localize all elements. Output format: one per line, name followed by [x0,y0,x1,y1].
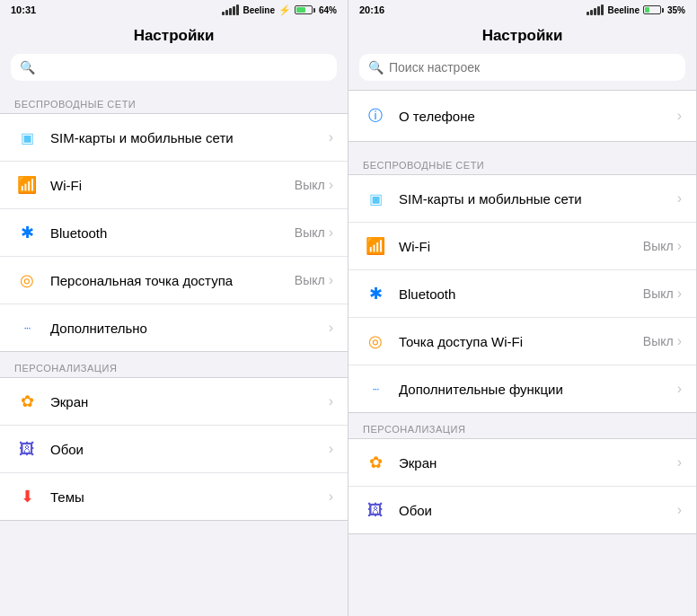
right-item-screen[interactable]: ✿ Экран › [348,439,696,487]
right-section-personal-header: ПЕРСОНАЛИЗАЦИЯ [348,415,696,438]
left-lightning: ⚡ [278,4,291,16]
right-about-label: О телефоне [399,109,677,124]
right-search-bar[interactable]: 🔍 [359,54,685,81]
left-item-more[interactable]: ··· Дополнительно › [0,304,348,351]
left-item-hotspot[interactable]: ◎ Персональная точка доступа Выкл › [0,257,348,304]
left-battery-percent: 64% [319,5,337,15]
right-screen-icon: ✿ [363,450,388,475]
left-wallpaper-chevron: › [329,441,333,457]
left-section-personal: ПЕРСОНАЛИЗАЦИЯ ✿ Экран › 🖼 Обои [0,354,348,521]
right-hotspot-chevron: › [677,333,682,349]
left-personal-items: ✿ Экран › 🖼 Обои › [0,377,348,521]
right-wifi-chevron: › [677,238,682,254]
right-wireless-items: ▣ SIM-карты и мобильные сети › 📶 Wi-Fi В… [348,174,696,413]
left-more-label: Дополнительно [50,321,329,336]
left-item-screen[interactable]: ✿ Экран › [0,378,348,426]
left-search-input[interactable] [40,60,328,75]
left-section-wireless-header: БЕСПРОВОДНЫЕ СЕТИ [0,90,348,113]
left-item-wifi[interactable]: 📶 Wi-Fi Выкл › [0,162,348,209]
left-screen-label: Экран [50,394,329,409]
right-more-label: Дополнительные функции [399,382,677,397]
right-screen-chevron: › [677,454,682,471]
right-item-more[interactable]: ··· Дополнительные функции › [348,365,696,412]
right-sim-icon: ▣ [363,186,388,211]
right-item-hotspot[interactable]: ◎ Точка доступа Wi-Fi Выкл › [348,318,696,365]
right-section-personal: ПЕРСОНАЛИЗАЦИЯ ✿ Экран › 🖼 Обои [348,415,696,534]
left-item-themes[interactable]: ⬇ Темы › [0,473,348,520]
wallpaper-icon: 🖼 [14,436,40,462]
left-hotspot-chevron: › [329,272,333,288]
left-hotspot-status: Выкл [295,273,325,287]
left-battery [295,5,315,14]
right-wifi-status: Выкл [643,239,674,253]
right-item-bluetooth[interactable]: ✱ Bluetooth Выкл › [348,270,696,318]
right-item-sim[interactable]: ▣ SIM-карты и мобильные сети › [348,175,696,223]
right-bluetooth-chevron: › [677,286,682,302]
left-themes-label: Темы [50,489,329,505]
left-search-icon: 🔍 [20,60,35,75]
right-battery [643,5,664,14]
right-signal [587,4,604,15]
left-wireless-items: ▣ SIM-карты и мобильные сети › 📶 Wi-Fi В… [0,113,348,352]
bluetooth-icon: ✱ [14,220,40,245]
right-wifi-icon: 📶 [363,233,388,259]
right-personal-items: ✿ Экран › 🖼 Обои › [348,438,696,534]
more-icon: ··· [14,315,40,340]
hotspot-icon: ◎ [14,268,40,293]
left-wallpaper-label: Обои [50,442,329,457]
info-icon: ⓘ [363,103,388,128]
left-item-sim[interactable]: ▣ SIM-карты и мобильные сети › [0,114,348,162]
right-time: 20:16 [359,4,384,15]
right-section-wireless-header: БЕСПРОВОДНЫЕ СЕТИ [348,151,696,174]
right-status-right: Beeline 35% [587,4,685,15]
right-hotspot-status: Выкл [643,334,674,348]
right-sim-chevron: › [677,190,682,207]
right-about-chevron: › [677,108,682,124]
right-page-title: Настройки [348,20,696,54]
right-screen-label: Экран [399,455,677,471]
right-bluetooth-label: Bluetooth [399,286,643,302]
left-scroll-area: БЕСПРОВОДНЫЕ СЕТИ ▣ SIM-карты и мобильны… [0,90,348,616]
left-time: 10:31 [11,4,36,15]
left-status-right: Beeline ⚡ 64% [222,4,337,16]
left-bluetooth-status: Выкл [295,225,325,240]
left-panel: 10:31 Beeline ⚡ 64% Настройки 🔍 [0,0,348,616]
right-bluetooth-icon: ✱ [363,281,388,306]
left-wifi-chevron: › [329,177,333,193]
right-section-wireless: БЕСПРОВОДНЫЕ СЕТИ ▣ SIM-карты и мобильны… [348,151,696,413]
right-item-wifi[interactable]: 📶 Wi-Fi Выкл › [348,223,696,270]
left-bluetooth-label: Bluetooth [50,225,295,241]
right-panel: 20:16 Beeline 35% Настройки 🔍 [348,0,697,616]
right-scroll-area: ⓘ О телефоне › БЕСПРОВОДНЫЕ СЕТИ ▣ SIM-к… [348,90,696,616]
right-wallpaper-icon: 🖼 [363,497,388,523]
left-hotspot-label: Персональная точка доступа [50,273,295,288]
left-item-bluetooth[interactable]: ✱ Bluetooth Выкл › [0,209,348,257]
left-carrier: Beeline [243,5,275,15]
right-hotspot-label: Точка доступа Wi-Fi [399,334,643,349]
right-wallpaper-chevron: › [677,502,682,518]
left-more-chevron: › [329,320,333,336]
left-wifi-label: Wi-Fi [50,178,295,193]
left-item-wallpaper[interactable]: 🖼 Обои › [0,426,348,473]
right-hotspot-icon: ◎ [363,329,388,354]
left-sim-chevron: › [329,129,333,145]
right-wifi-label: Wi-Fi [399,239,643,254]
left-bluetooth-chevron: › [329,224,333,241]
right-wallpaper-label: Обои [399,503,677,518]
right-bluetooth-status: Выкл [643,286,674,301]
left-signal [222,4,239,15]
right-item-about[interactable]: ⓘ О телефоне › [348,90,696,142]
right-more-chevron: › [677,381,682,397]
right-status-bar: 20:16 Beeline 35% [348,0,696,20]
sim-icon: ▣ [14,125,40,150]
right-search-input[interactable] [389,60,676,75]
right-sim-label: SIM-карты и мобильные сети [399,191,677,207]
left-search-bar[interactable]: 🔍 [11,54,337,81]
left-wifi-status: Выкл [295,178,325,192]
left-page-title: Настройки [0,20,348,54]
left-sim-label: SIM-карты и мобильные сети [50,130,329,145]
right-battery-percent: 35% [667,5,685,15]
left-themes-chevron: › [329,488,333,505]
right-item-wallpaper[interactable]: 🖼 Обои › [348,487,696,533]
left-section-wireless: БЕСПРОВОДНЫЕ СЕТИ ▣ SIM-карты и мобильны… [0,90,348,352]
